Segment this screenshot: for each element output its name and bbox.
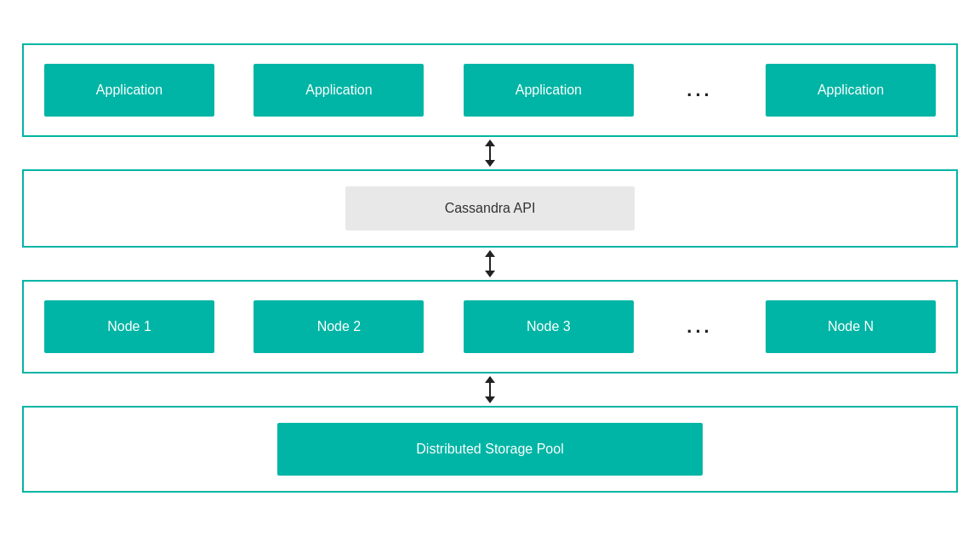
arrow-2 — [22, 248, 958, 280]
application-block-3: Application — [464, 64, 634, 117]
node-label-3: Node 3 — [527, 319, 571, 334]
application-label-4: Application — [818, 83, 884, 98]
storage-pool-label: Distributed Storage Pool — [416, 442, 563, 457]
node-block-3: Node 3 — [464, 300, 634, 353]
api-layer: Cassandra API — [22, 169, 958, 248]
applications-row: Application Application Application ... … — [44, 64, 936, 117]
application-label-3: Application — [516, 83, 582, 98]
application-label-1: Application — [96, 83, 162, 98]
nodes-row: Node 1 Node 2 Node 3 ... Node N — [44, 300, 936, 353]
application-block-2: Application — [254, 64, 424, 117]
nodes-layer: Node 1 Node 2 Node 3 ... Node N — [22, 280, 958, 373]
storage-pool-block: Distributed Storage Pool — [277, 423, 703, 476]
architecture-diagram: Application Application Application ... … — [22, 43, 958, 493]
cassandra-api-label: Cassandra API — [445, 201, 536, 216]
node-block-1: Node 1 — [44, 300, 214, 353]
applications-layer: Application Application Application ... … — [22, 43, 958, 137]
application-block-1: Application — [44, 64, 214, 117]
node-block-2: Node 2 — [254, 300, 424, 353]
dots-separator-1: ... — [673, 79, 726, 101]
node-block-4: Node N — [766, 300, 936, 353]
application-label-2: Application — [305, 83, 372, 98]
double-arrow-icon-1 — [489, 140, 491, 166]
application-block-4: Application — [766, 64, 936, 117]
node-label-4: Node N — [828, 319, 874, 334]
node-label-1: Node 1 — [107, 319, 151, 334]
dots-separator-2: ... — [673, 316, 726, 338]
double-arrow-icon-2 — [489, 251, 491, 277]
double-arrow-icon-3 — [489, 377, 491, 402]
arrow-3 — [22, 373, 958, 406]
node-label-2: Node 2 — [317, 319, 362, 334]
arrow-1 — [22, 137, 958, 169]
storage-layer: Distributed Storage Pool — [22, 406, 958, 493]
cassandra-api-block: Cassandra API — [345, 186, 635, 231]
